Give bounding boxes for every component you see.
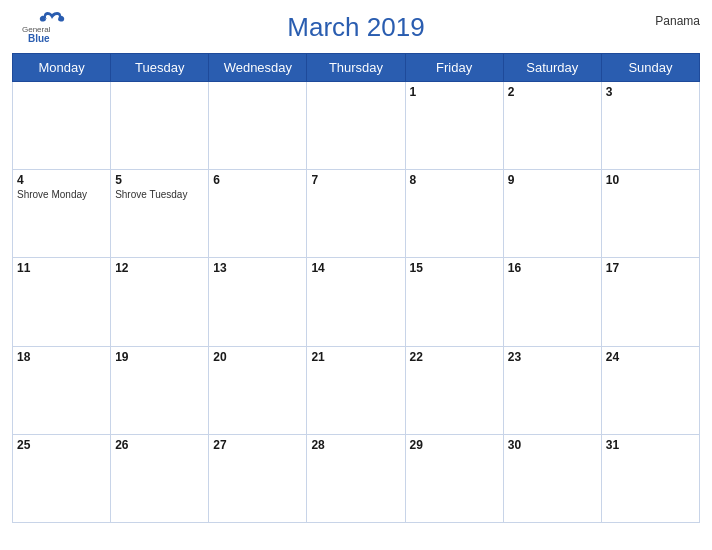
day-cell-1-0: 4Shrove Monday [13,170,111,258]
day-cell-1-5: 9 [503,170,601,258]
day-cell-0-1 [111,82,209,170]
day-cell-4-5: 30 [503,434,601,522]
day-cell-1-2: 6 [209,170,307,258]
logo-area: General Blue [12,8,82,46]
day-number: 14 [311,261,400,275]
day-number: 18 [17,350,106,364]
day-number: 5 [115,173,204,187]
day-cell-4-2: 27 [209,434,307,522]
day-cell-3-4: 22 [405,346,503,434]
day-number: 13 [213,261,302,275]
day-cell-2-6: 17 [601,258,699,346]
day-number: 4 [17,173,106,187]
weekday-tuesday: Tuesday [111,54,209,82]
holiday-label: Shrove Tuesday [115,188,204,201]
week-row-5: 25262728293031 [13,434,700,522]
day-number: 25 [17,438,106,452]
weekday-wednesday: Wednesday [209,54,307,82]
day-cell-4-3: 28 [307,434,405,522]
day-number: 2 [508,85,597,99]
day-cell-4-0: 25 [13,434,111,522]
week-row-1: 123 [13,82,700,170]
weekday-header-row: Monday Tuesday Wednesday Thursday Friday… [13,54,700,82]
generalblue-logo: General Blue [20,8,75,46]
day-cell-3-0: 18 [13,346,111,434]
day-number: 31 [606,438,695,452]
day-cell-0-6: 3 [601,82,699,170]
day-number: 9 [508,173,597,187]
weekday-thursday: Thursday [307,54,405,82]
day-cell-3-2: 20 [209,346,307,434]
weekday-friday: Friday [405,54,503,82]
day-number: 12 [115,261,204,275]
day-cell-0-3 [307,82,405,170]
day-number: 30 [508,438,597,452]
calendar-header: General Blue March 2019 Panama [12,8,700,47]
day-number: 19 [115,350,204,364]
day-cell-1-4: 8 [405,170,503,258]
day-number: 8 [410,173,499,187]
day-number: 10 [606,173,695,187]
day-number: 3 [606,85,695,99]
day-cell-1-3: 7 [307,170,405,258]
day-number: 28 [311,438,400,452]
day-number: 1 [410,85,499,99]
day-cell-4-1: 26 [111,434,209,522]
week-row-2: 4Shrove Monday5Shrove Tuesday678910 [13,170,700,258]
day-number: 23 [508,350,597,364]
calendar-title: March 2019 [287,12,424,43]
day-number: 27 [213,438,302,452]
day-number: 22 [410,350,499,364]
day-cell-3-5: 23 [503,346,601,434]
day-cell-2-1: 12 [111,258,209,346]
day-cell-1-6: 10 [601,170,699,258]
day-cell-2-5: 16 [503,258,601,346]
day-cell-2-2: 13 [209,258,307,346]
day-cell-3-3: 21 [307,346,405,434]
week-row-3: 11121314151617 [13,258,700,346]
day-cell-2-0: 11 [13,258,111,346]
day-cell-0-4: 1 [405,82,503,170]
day-cell-2-3: 14 [307,258,405,346]
calendar-wrapper: General Blue March 2019 Panama Monday Tu… [0,0,712,550]
holiday-label: Shrove Monday [17,188,106,201]
calendar-table: Monday Tuesday Wednesday Thursday Friday… [12,53,700,523]
day-cell-3-1: 19 [111,346,209,434]
weekday-monday: Monday [13,54,111,82]
day-cell-2-4: 15 [405,258,503,346]
day-number: 17 [606,261,695,275]
day-cell-4-4: 29 [405,434,503,522]
day-number: 16 [508,261,597,275]
day-number: 20 [213,350,302,364]
weekday-saturday: Saturday [503,54,601,82]
day-cell-4-6: 31 [601,434,699,522]
day-number: 11 [17,261,106,275]
svg-text:Blue: Blue [28,33,50,44]
day-number: 26 [115,438,204,452]
day-number: 24 [606,350,695,364]
day-cell-3-6: 24 [601,346,699,434]
day-number: 6 [213,173,302,187]
day-cell-1-1: 5Shrove Tuesday [111,170,209,258]
day-number: 29 [410,438,499,452]
day-cell-0-2 [209,82,307,170]
day-number: 7 [311,173,400,187]
day-cell-0-0 [13,82,111,170]
day-number: 21 [311,350,400,364]
weekday-sunday: Sunday [601,54,699,82]
day-cell-0-5: 2 [503,82,601,170]
day-number: 15 [410,261,499,275]
country-label: Panama [655,14,700,28]
week-row-4: 18192021222324 [13,346,700,434]
